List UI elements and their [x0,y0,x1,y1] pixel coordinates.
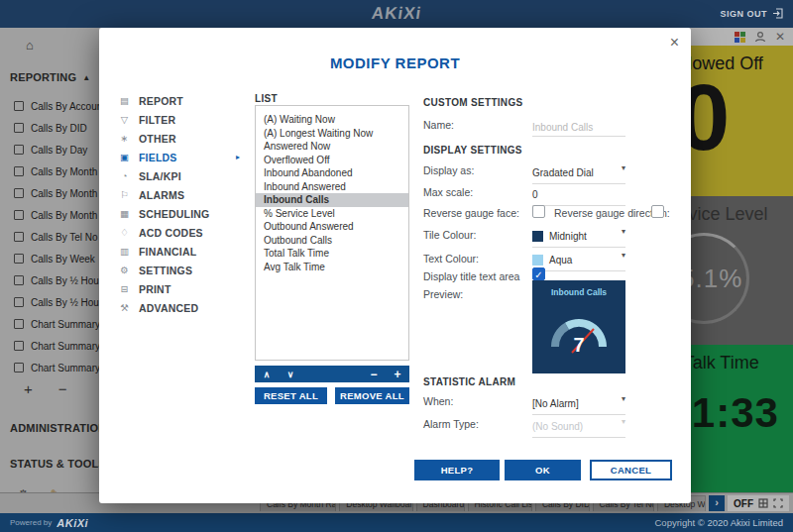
text-colour-label: Text Colour: [423,253,479,265]
menu-item-advanced[interactable]: ⚒ADVANCED [119,298,248,317]
scheduling-icon: ▦ [119,208,130,219]
chevron-down-icon: ▾ [622,227,625,236]
preview-tile: Inbound Calls 7 [532,280,625,373]
alarm-type-select: (No Sound) ▾ [532,416,625,438]
settings-icon: ⚙ [119,265,130,275]
add-field-button[interactable]: + [386,368,409,381]
chevron-down-icon: ▾ [622,251,625,260]
list-item[interactable]: % Service Level [256,207,408,221]
list-item[interactable]: Inbound Answered [256,180,408,194]
menu-item-scheduling[interactable]: ▦SCHEDULING [119,204,248,223]
midnight-swatch [532,231,543,242]
name-input[interactable] [532,122,625,137]
list-item[interactable]: Avg Talk Time [256,261,408,274]
akixi-footer-logo: AKiXi [57,517,88,529]
display-as-label: Display as: [423,164,474,176]
list-item-selected[interactable]: Inbound Calls [256,193,408,207]
menu-item-alarms[interactable]: ⚐ALARMS [119,185,248,204]
max-scale-input[interactable]: 0 [532,184,625,206]
move-down-button[interactable]: ∨ [279,370,302,379]
preview-title: Inbound Calls [532,280,625,297]
list-item[interactable]: Outbound Answered [256,220,408,234]
chevron-down-icon: ▾ [622,163,625,172]
report-icon: ▤ [119,95,130,106]
menu-item-other[interactable]: ∗OTHER [119,129,248,148]
dialog-title: MODIFY REPORT [99,54,691,71]
print-icon: ⊟ [119,283,130,294]
preview-label: Preview: [423,288,463,300]
display-title-checkbox[interactable]: ✓ [532,267,545,280]
fields-list[interactable]: (A) Waiting Now (A) Longest Waiting Now … [255,105,409,361]
when-label: When: [423,395,453,407]
alarms-icon: ⚐ [119,189,130,200]
acd-codes-icon: ♢ [119,227,130,238]
submenu-arrow-icon: ▸ [236,153,240,161]
remove-all-button[interactable]: REMOVE ALL [335,387,409,404]
close-icon[interactable]: × [670,35,679,51]
when-select[interactable]: [No Alarm] ▾ [532,393,625,415]
menu-item-fields[interactable]: ▣FIELDS▸ [119,148,248,166]
aqua-swatch [532,255,543,266]
menu-item-settings[interactable]: ⚙SETTINGS [119,261,248,279]
filter-icon: ▽ [119,114,130,125]
reverse-face-label: Reverse gauge face: [423,207,519,219]
sign-out-button[interactable]: SIGN OUT [720,8,783,19]
display-as-select[interactable]: Gradated Dial ▾ [532,162,625,184]
dialog-menu: ▤REPORT ▽FILTER ∗OTHER ▣FIELDS▸ ◔SLA/KPI… [119,91,248,317]
cancel-button[interactable]: CANCEL [590,460,672,480]
menu-item-financial[interactable]: ▥FINANCIAL [119,242,248,261]
sla-kpi-icon: ◔ [119,170,130,181]
modify-report-dialog: × MODIFY REPORT ▤REPORT ▽FILTER ∗OTHER ▣… [99,28,691,503]
list-item[interactable]: (A) Waiting Now [256,113,408,127]
chevron-down-icon: ▾ [622,417,625,426]
alarm-type-label: Alarm Type: [423,418,479,430]
ok-button[interactable]: OK [505,460,581,480]
list-label: LIST [255,93,278,104]
reset-all-button[interactable]: RESET ALL [255,387,327,404]
text-colour-select[interactable]: Aqua ▾ [532,250,625,271]
remove-field-button[interactable]: − [362,368,386,381]
other-icon: ∗ [119,133,130,144]
display-settings-heading: DISPLAY SETTINGS [423,145,522,156]
reverse-direction-checkbox[interactable] [651,205,664,218]
tile-colour-select[interactable]: Midnight ▾ [532,226,625,248]
name-label: Name: [423,119,454,131]
tile-colour-label: Tile Colour: [423,229,476,241]
footer: Powered by AKiXi Copyright © 2020 Akixi … [0,513,793,532]
fields-icon: ▣ [119,152,130,162]
sign-out-icon [772,8,783,19]
statistic-alarm-heading: STATISTIC ALARM [423,376,515,387]
gauge-value: 7 [573,334,584,356]
screen: ⌂ REPORTING ▲ Calls By Account Calls By … [0,0,793,532]
powered-by-label: Powered by [10,518,52,527]
top-bar: AKiXi SIGN OUT [0,0,793,28]
menu-item-filter[interactable]: ▽FILTER [119,110,248,129]
list-item[interactable]: Total Talk Time [256,247,408,261]
copyright-text: Copyright © 2020 Akixi Limited [654,517,783,528]
move-up-button[interactable]: ∧ [255,370,279,379]
max-scale-label: Max scale: [423,186,473,198]
menu-item-report[interactable]: ▤REPORT [119,91,248,110]
list-item[interactable]: Outbound Calls [256,234,408,248]
help-button[interactable]: HELP? [414,460,500,480]
reverse-face-checkbox[interactable] [532,205,545,218]
gradated-dial-gauge: 7 [539,303,619,357]
list-item[interactable]: Overflowed Off [256,154,408,167]
advanced-icon: ⚒ [119,302,130,313]
list-item[interactable]: Answered Now [256,140,408,154]
akixi-logo: AKiXi [370,4,422,24]
menu-item-sla-kpi[interactable]: ◔SLA/KPI [119,166,248,185]
list-item[interactable]: Inbound Abandoned [256,166,408,180]
menu-item-print[interactable]: ⊟PRINT [119,279,248,298]
financial-icon: ▥ [119,246,130,257]
list-toolbar: ∧ ∨ − + [255,366,409,382]
chevron-down-icon: ▾ [622,394,625,403]
menu-item-acd-codes[interactable]: ♢ACD CODES [119,223,248,242]
custom-settings-heading: CUSTOM SETTINGS [423,97,522,108]
list-item[interactable]: (A) Longest Waiting Now [256,127,408,141]
display-title-label: Display title text area [423,270,519,282]
